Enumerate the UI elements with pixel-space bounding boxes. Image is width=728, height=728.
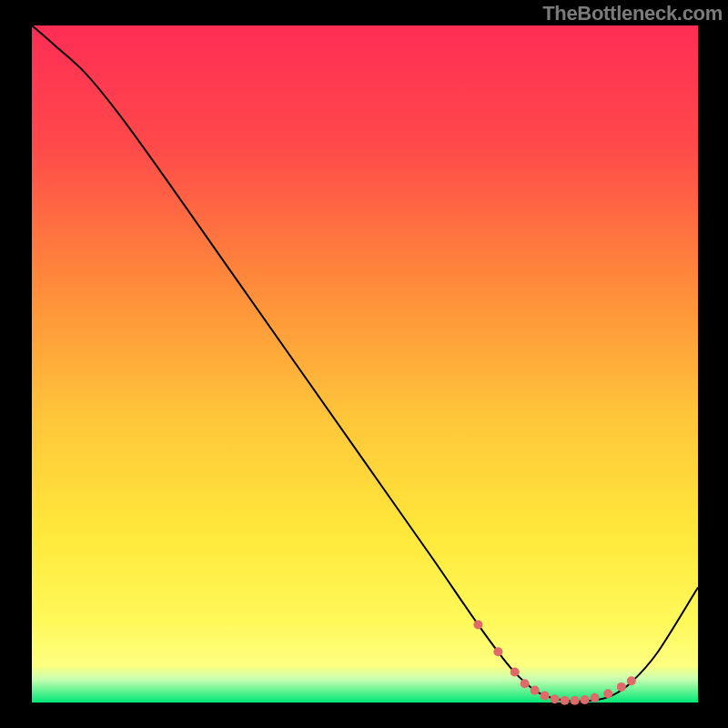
marker-dot bbox=[627, 676, 636, 685]
watermark-text: TheBottleneck.com bbox=[542, 2, 723, 25]
marker-dot bbox=[551, 694, 560, 703]
marker-dot bbox=[473, 620, 482, 629]
marker-dot bbox=[591, 693, 600, 703]
marker-dot bbox=[561, 696, 570, 705]
marker-dot bbox=[521, 679, 530, 688]
bottleneck-chart bbox=[0, 0, 728, 728]
marker-dot bbox=[571, 696, 580, 705]
marker-dot bbox=[603, 689, 612, 698]
chart-container: TheBottleneck.com bbox=[0, 0, 728, 728]
marker-dot bbox=[617, 682, 626, 692]
marker-dot bbox=[493, 647, 502, 656]
marker-dot bbox=[541, 692, 550, 701]
marker-dot bbox=[581, 695, 590, 704]
gradient-background bbox=[32, 25, 698, 703]
marker-dot bbox=[511, 668, 520, 677]
marker-dot bbox=[531, 686, 540, 695]
